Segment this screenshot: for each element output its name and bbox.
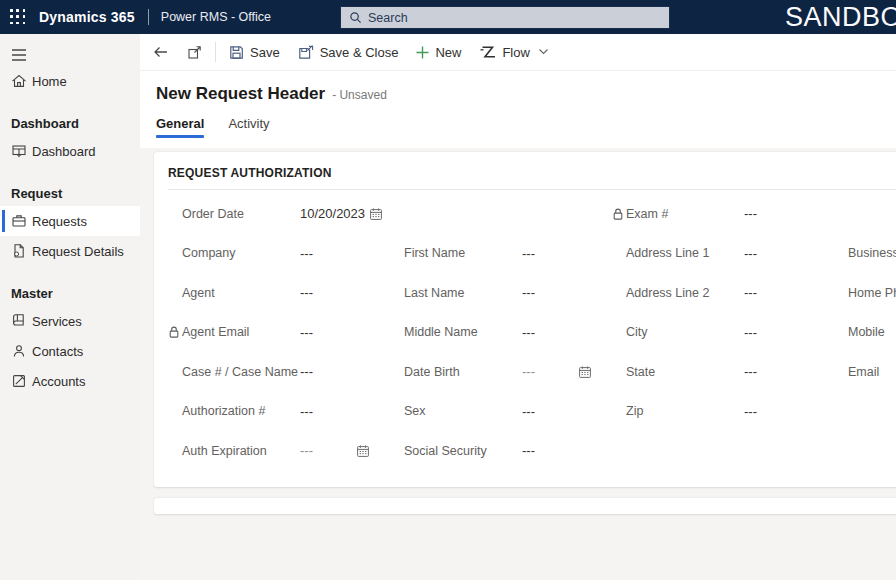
field-agent-email: Agent Email--- bbox=[168, 313, 390, 353]
sidebar-item-contacts[interactable]: Contacts bbox=[0, 336, 140, 366]
plus-icon bbox=[416, 46, 429, 59]
save-and-close-icon bbox=[298, 45, 314, 60]
sidebar-item-label: Services bbox=[32, 314, 82, 329]
tab-activity[interactable]: Activity bbox=[228, 116, 269, 139]
field-value-company[interactable]: --- bbox=[300, 246, 313, 261]
field-label-zip: Zip bbox=[612, 404, 744, 418]
new-label: New bbox=[435, 45, 461, 60]
field-last-name: Last Name--- bbox=[390, 273, 612, 313]
field-company: Company--- bbox=[168, 234, 390, 274]
field-address-line-2: Address Line 2--- bbox=[612, 273, 834, 313]
popout-button[interactable] bbox=[178, 34, 211, 70]
save-button[interactable]: Save bbox=[220, 34, 289, 70]
field-label-agent: Agent bbox=[168, 286, 300, 300]
field-label-mobile: Mobile bbox=[834, 325, 896, 339]
field-middle-name: Middle Name--- bbox=[390, 313, 612, 353]
popout-icon bbox=[187, 45, 202, 60]
field-value-social-security[interactable]: --- bbox=[522, 443, 535, 458]
accounts-icon bbox=[11, 373, 27, 389]
fields-grid: Order Date10/20/2023Company---Agent---Ag… bbox=[168, 194, 896, 471]
field-label-email: Email bbox=[834, 365, 896, 379]
field-label-company: Company bbox=[168, 246, 300, 260]
field-value-order-date[interactable]: 10/20/2023 bbox=[300, 206, 365, 221]
field-value-agent[interactable]: --- bbox=[300, 285, 313, 300]
calendar-icon[interactable] bbox=[369, 207, 383, 221]
services-icon bbox=[11, 313, 27, 329]
lock-icon bbox=[612, 207, 624, 220]
field-zip: Zip--- bbox=[612, 392, 834, 432]
field-exam: Exam #--- bbox=[612, 194, 834, 234]
field-label-exam: Exam # bbox=[612, 207, 744, 221]
page-title: New Request Header bbox=[156, 84, 325, 104]
site-map-sidebar: HomeDashboardDashboardRequestRequestsReq… bbox=[0, 34, 140, 580]
field-first-name: First Name--- bbox=[390, 234, 612, 274]
sidebar-item-label: Dashboard bbox=[32, 144, 96, 159]
field-agent: Agent--- bbox=[168, 273, 390, 313]
field-label-address-line-2: Address Line 2 bbox=[612, 286, 744, 300]
save-and-close-button[interactable]: Save & Close bbox=[289, 34, 408, 70]
sidebar-group-request: Request bbox=[11, 180, 140, 206]
request-authorization-card: REQUEST AUTHORIZATION Order Date10/20/20… bbox=[154, 152, 896, 487]
field-sex: Sex--- bbox=[390, 392, 612, 432]
field-value-state[interactable]: --- bbox=[744, 364, 757, 379]
form-tabs: General Activity bbox=[156, 116, 896, 139]
field-value-middle-name[interactable]: --- bbox=[522, 325, 535, 340]
hamburger-menu-icon[interactable] bbox=[0, 34, 140, 66]
sidebar-spacer bbox=[0, 96, 140, 110]
field-business-phone: Business Phone--- bbox=[834, 234, 896, 274]
field-date-birth: Date Birth--- bbox=[390, 352, 612, 392]
field-value-authorization[interactable]: --- bbox=[300, 404, 313, 419]
new-button[interactable]: New bbox=[407, 34, 470, 70]
field-value-zip[interactable]: --- bbox=[744, 404, 757, 419]
sidebar-group-dashboard: Dashboard bbox=[11, 110, 140, 136]
field-value-case-case-name[interactable]: --- bbox=[300, 364, 313, 379]
field-authorization: Authorization #--- bbox=[168, 392, 390, 432]
back-button[interactable] bbox=[144, 34, 178, 70]
tab-general[interactable]: General bbox=[156, 116, 204, 139]
field-value-address-line-2[interactable]: --- bbox=[744, 285, 757, 300]
field-label-business-phone: Business Phone bbox=[834, 246, 896, 260]
sidebar-item-request-details[interactable]: Request Details bbox=[0, 236, 140, 266]
field-home-phone: Home Phone--- bbox=[834, 273, 896, 313]
field-label-auth-expiration: Auth Expiration bbox=[168, 444, 300, 458]
collapsed-section-card bbox=[154, 498, 896, 514]
calendar-icon[interactable] bbox=[578, 365, 592, 379]
field-state: State--- bbox=[612, 352, 834, 392]
app-subtitle[interactable]: Power RMS - Office bbox=[161, 10, 271, 24]
sidebar-item-accounts[interactable]: Accounts bbox=[0, 366, 140, 396]
search-input[interactable]: Search bbox=[340, 6, 670, 29]
field-value-date-birth[interactable]: --- bbox=[522, 364, 535, 379]
field-label-date-birth: Date Birth bbox=[390, 365, 522, 379]
search-icon bbox=[349, 11, 362, 24]
flow-label: Flow bbox=[502, 45, 529, 60]
page-title-row: New Request Header - Unsaved bbox=[156, 84, 896, 104]
sidebar-item-label: Accounts bbox=[32, 374, 85, 389]
field-label-state: State bbox=[612, 365, 744, 379]
field-value-first-name[interactable]: --- bbox=[522, 246, 535, 261]
command-separator bbox=[215, 42, 216, 62]
chevron-down-icon[interactable] bbox=[538, 48, 549, 56]
field-label-agent-email: Agent Email bbox=[168, 325, 300, 339]
field-value-auth-expiration[interactable]: --- bbox=[300, 443, 313, 458]
app-title[interactable]: Dynamics 365 bbox=[39, 9, 135, 25]
calendar-icon[interactable] bbox=[356, 444, 370, 458]
field-value-sex[interactable]: --- bbox=[522, 404, 535, 419]
sidebar-item-requests[interactable]: Requests bbox=[0, 206, 140, 236]
field-value-address-line-1[interactable]: --- bbox=[744, 246, 757, 261]
field-label-social-security: Social Security bbox=[390, 444, 522, 458]
sidebar-item-dashboard[interactable]: Dashboard bbox=[0, 136, 140, 166]
sidebar-item-services[interactable]: Services bbox=[0, 306, 140, 336]
flow-button[interactable]: Flow bbox=[470, 34, 557, 70]
section-title: REQUEST AUTHORIZATION bbox=[168, 166, 896, 190]
field-label-city: City bbox=[612, 325, 744, 339]
sidebar-item-home[interactable]: Home bbox=[0, 66, 140, 96]
field-value-city[interactable]: --- bbox=[744, 325, 757, 340]
field-auth-expiration: Auth Expiration--- bbox=[168, 431, 390, 471]
sidebar-item-label: Request Details bbox=[32, 244, 124, 259]
waffle-icon[interactable] bbox=[10, 9, 26, 25]
field-value-agent-email[interactable]: --- bbox=[300, 325, 313, 340]
field-value-last-name[interactable]: --- bbox=[522, 285, 535, 300]
office-top-bar: Dynamics 365 Power RMS - Office Search S… bbox=[0, 0, 896, 34]
field-email: Email--- bbox=[834, 352, 896, 392]
field-value-exam[interactable]: --- bbox=[744, 206, 757, 221]
